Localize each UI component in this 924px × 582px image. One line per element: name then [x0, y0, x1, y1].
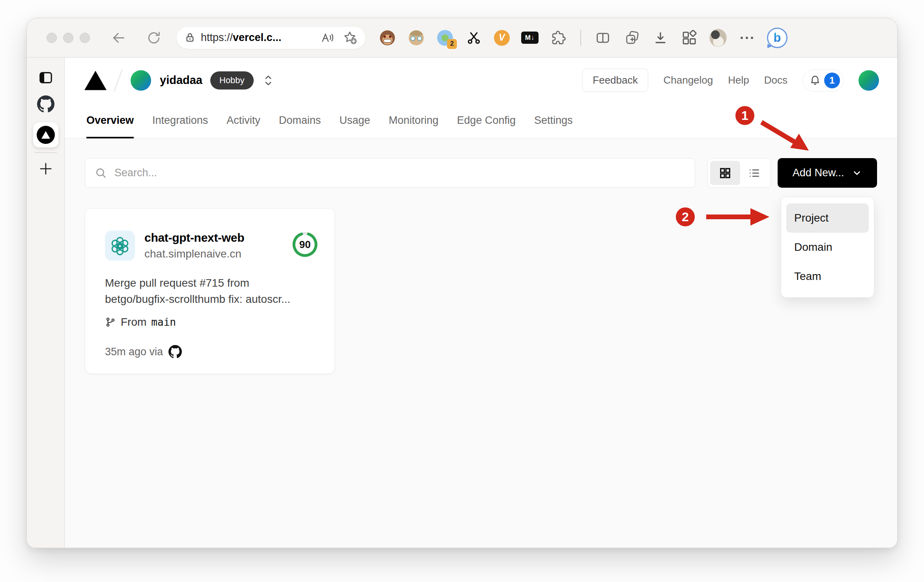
breadcrumb-slash	[114, 69, 123, 91]
video-speed-extension-icon[interactable]: V	[494, 30, 510, 46]
tab-monitoring[interactable]: Monitoring	[389, 103, 438, 138]
grid-view-button[interactable]	[710, 161, 740, 185]
chevron-down-icon	[852, 168, 862, 178]
vercel-tab-active[interactable]	[33, 122, 58, 147]
project-name: chat-gpt-next-web	[144, 231, 244, 244]
vercel-header: yidadaa Hobby Feedback Changelog Help Do…	[65, 58, 897, 103]
apps-grid-icon[interactable]	[681, 29, 698, 47]
search-input[interactable]	[114, 167, 685, 179]
vercel-app: yidadaa Hobby Feedback Changelog Help Do…	[65, 58, 897, 548]
tab-domains[interactable]: Domains	[279, 103, 321, 138]
minimize-window-button[interactable]	[63, 33, 73, 43]
add-new-dropdown: Project Domain Team	[781, 197, 874, 298]
score-value: 90	[299, 239, 311, 250]
branch-label: From	[121, 316, 146, 328]
view-toggle	[707, 158, 771, 188]
split-screen-icon[interactable]	[594, 29, 612, 47]
favorite-star-icon[interactable]	[343, 31, 357, 45]
deploy-time: 35m ago via	[105, 346, 163, 358]
notification-count-badge: 1	[824, 73, 840, 88]
badge-extension-icon[interactable]: 2	[436, 29, 454, 47]
extension-badge-count: 2	[447, 39, 457, 49]
controls-row: Add New...	[85, 158, 877, 188]
github-tab-icon[interactable]	[37, 95, 54, 113]
read-aloud-icon[interactable]	[321, 32, 335, 44]
bing-chat-icon[interactable]: b	[767, 28, 787, 48]
zoom-window-button[interactable]	[80, 33, 90, 43]
puzzle-extensions-icon[interactable]	[550, 29, 567, 47]
search-box[interactable]	[85, 158, 695, 188]
scissors-extension-icon[interactable]	[465, 29, 483, 47]
bell-icon	[809, 75, 821, 86]
sidebar-divider	[35, 152, 57, 153]
github-source-icon	[168, 345, 182, 358]
toolbar-divider	[580, 30, 581, 46]
add-new-button[interactable]: Add New...	[778, 158, 877, 188]
refresh-icon[interactable]	[147, 31, 161, 45]
tab-activity[interactable]: Activity	[226, 103, 260, 138]
browser-window: https://vercel.c... 2	[26, 18, 898, 548]
team-switcher-icon[interactable]	[262, 74, 274, 87]
git-branch-icon	[105, 317, 116, 328]
download-icon[interactable]	[652, 29, 669, 47]
user-avatar[interactable]	[859, 70, 879, 91]
help-link[interactable]: Help	[728, 74, 749, 86]
changelog-link[interactable]: Changelog	[663, 74, 713, 86]
search-icon	[95, 167, 107, 179]
browser-toolbar: https://vercel.c... 2	[27, 18, 897, 58]
extensions-row: 2 V M↓	[379, 28, 787, 48]
url-text: https://vercel.c...	[201, 32, 281, 44]
list-view-button[interactable]	[740, 167, 768, 179]
profile-avatar[interactable]	[709, 29, 727, 47]
lock-icon	[185, 32, 195, 43]
notifications-button[interactable]: 1	[802, 69, 844, 91]
branch-name[interactable]: main	[151, 316, 176, 328]
deploy-meta-row: 35m ago via	[105, 345, 317, 358]
browser-sidebar	[27, 58, 65, 548]
team-name: yidadaa	[160, 74, 202, 87]
commit-message[interactable]: Merge pull request #715 from betgo/bugfi…	[105, 275, 314, 307]
window-controls	[47, 33, 90, 43]
more-options-icon[interactable]	[738, 29, 756, 47]
project-domain[interactable]: chat.simplenaive.cn	[144, 248, 244, 260]
branch-row: From main	[105, 316, 317, 328]
score-ring[interactable]: 90	[292, 231, 318, 257]
team-avatar[interactable]	[131, 70, 151, 91]
new-tab-plus-icon[interactable]	[38, 161, 54, 177]
docs-link[interactable]: Docs	[764, 74, 787, 86]
plan-badge: Hobby	[210, 71, 254, 90]
tab-usage[interactable]: Usage	[339, 103, 370, 138]
sidebar-panel-icon[interactable]	[38, 70, 53, 85]
vercel-tab-icon	[37, 126, 55, 144]
markdown-extension-icon[interactable]: M↓	[521, 29, 539, 47]
close-window-button[interactable]	[47, 33, 57, 43]
avatar-extension-icon[interactable]	[408, 29, 425, 47]
tab-edge-config[interactable]: Edge Config	[457, 103, 516, 138]
tab-settings[interactable]: Settings	[534, 103, 573, 138]
back-icon[interactable]	[111, 30, 126, 45]
dropdown-item-project[interactable]: Project	[786, 203, 869, 233]
address-bar[interactable]: https://vercel.c...	[177, 27, 365, 49]
openai-logo-icon	[105, 231, 135, 261]
monkey-extension-icon[interactable]	[379, 29, 396, 47]
project-card[interactable]: chat-gpt-next-web chat.simplenaive.cn 90…	[85, 208, 335, 374]
dropdown-item-domain[interactable]: Domain	[786, 233, 869, 262]
collections-icon[interactable]	[623, 29, 640, 47]
feedback-button[interactable]: Feedback	[582, 69, 648, 92]
project-tabs: Overview Integrations Activity Domains U…	[65, 103, 897, 138]
overview-content: Add New...	[65, 138, 897, 548]
tab-integrations[interactable]: Integrations	[152, 103, 208, 138]
tab-overview[interactable]: Overview	[86, 103, 134, 138]
vercel-logo-icon[interactable]	[84, 71, 107, 90]
dropdown-item-team[interactable]: Team	[786, 262, 869, 291]
